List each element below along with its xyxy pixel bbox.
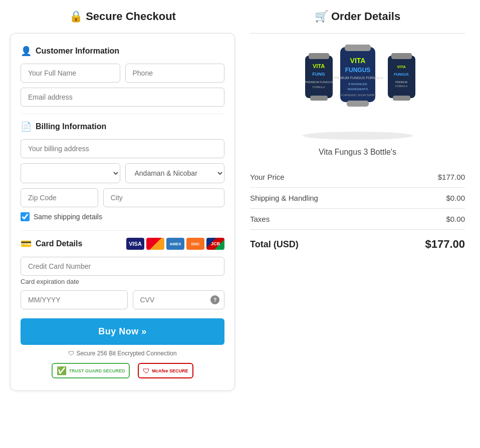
same-shipping-row: Same shipping details xyxy=(21,212,224,221)
shield-icon: 🛡 xyxy=(68,350,74,357)
country-select[interactable]: United States India United Kingdom xyxy=(21,163,120,183)
zip-input[interactable] xyxy=(21,188,98,207)
name-phone-row xyxy=(21,64,224,83)
lock-icon: 🔒 xyxy=(69,10,83,23)
state-select[interactable]: Andaman & Nicobar Andhra Pradesh Maharas… xyxy=(125,163,225,183)
secure-checkout-heading: 🔒 Secure Checkout xyxy=(10,10,235,23)
taxes-value: $0.00 xyxy=(446,215,465,223)
trust-badges: ✅ TRUST GUARD SECURED 🛡 McAfee SECURE xyxy=(21,363,224,378)
mcafee-icon: 🛡 xyxy=(143,367,150,375)
svg-rect-8 xyxy=(345,45,371,51)
expiry-label: Card expiration date xyxy=(21,278,224,285)
discover-icon: DISC xyxy=(186,238,204,250)
product-image: VITA FUNG PREMIUM FUNGUS FORMULA VITA FU… xyxy=(288,41,428,141)
svg-text:FUNGUS: FUNGUS xyxy=(345,67,370,74)
credit-card-input[interactable] xyxy=(21,257,224,276)
divider-2 xyxy=(21,230,224,231)
card-section-header: 💳 Card Details VISA AMEX DISC JCB xyxy=(21,238,224,250)
city-wrapper xyxy=(103,188,224,207)
svg-text:INGREDIENTS: INGREDIENTS xyxy=(347,88,368,91)
svg-text:FORMULA: FORMULA xyxy=(312,86,325,89)
country-select-wrapper: United States India United Kingdom xyxy=(21,163,120,183)
order-line-taxes: Taxes $0.00 xyxy=(250,209,465,230)
svg-point-23 xyxy=(303,132,413,140)
order-line-price: Your Price $177.00 xyxy=(250,167,465,188)
credit-card-icon: 💳 xyxy=(21,238,32,249)
price-label: Your Price xyxy=(250,173,285,181)
shipping-value: $0.00 xyxy=(446,194,465,202)
total-label: Total (USD) xyxy=(250,239,299,250)
svg-rect-16 xyxy=(388,56,415,98)
order-details-heading: 🛒 Order Details xyxy=(245,10,470,23)
svg-rect-18 xyxy=(393,96,410,101)
svg-text:FUNG: FUNG xyxy=(312,72,325,77)
svg-text:PREMIUM FUNGUS: PREMIUM FUNGUS xyxy=(305,81,332,84)
jcb-icon: JCB xyxy=(206,238,224,250)
phone-input[interactable] xyxy=(125,64,225,83)
taxes-label: Taxes xyxy=(250,215,270,223)
svg-text:VITA: VITA xyxy=(312,63,324,69)
email-row xyxy=(21,88,224,107)
city-input[interactable] xyxy=(103,188,224,207)
buy-now-button[interactable]: Buy Now » xyxy=(21,318,224,345)
svg-text:8 ADVANCED: 8 ADVANCED xyxy=(348,83,367,86)
svg-text:VITA: VITA xyxy=(397,65,406,69)
visa-icon: VISA xyxy=(126,238,144,250)
top-divider xyxy=(250,33,465,34)
svg-text:FORMULA: FORMULA xyxy=(395,85,407,88)
cvv-help-icon[interactable]: ? xyxy=(210,295,219,304)
email-input[interactable] xyxy=(21,88,224,107)
svg-text:PREMIUM FUNGUS FORMULA: PREMIUM FUNGUS FORMULA xyxy=(332,76,383,80)
address-row xyxy=(21,139,224,158)
total-value: $177.00 xyxy=(425,238,465,251)
country-state-row: United States India United Kingdom Andam… xyxy=(21,163,224,183)
trustguard-badge: ✅ TRUST GUARD SECURED xyxy=(52,363,130,378)
product-image-area: VITA FUNG PREMIUM FUNGUS FORMULA VITA FU… xyxy=(250,41,465,141)
mcafee-badge: 🛡 McAfee SECURE xyxy=(138,363,193,378)
svg-text:FUNGUS: FUNGUS xyxy=(394,73,409,76)
expiry-input[interactable] xyxy=(21,290,128,309)
price-value: $177.00 xyxy=(438,173,465,181)
svg-rect-2 xyxy=(310,96,328,101)
order-line-shipping: Shipping & Handling $0.00 xyxy=(250,188,465,209)
state-select-wrapper: Andaman & Nicobar Andhra Pradesh Maharas… xyxy=(125,163,225,183)
card-section-title: 💳 Card Details xyxy=(21,238,82,249)
divider-1 xyxy=(21,114,224,114)
mastercard-icon xyxy=(146,238,164,250)
zip-wrapper xyxy=(21,188,98,207)
svg-text:VITA: VITA xyxy=(350,57,365,65)
order-details-panel: VITA FUNG PREMIUM FUNGUS FORMULA VITA FU… xyxy=(245,33,470,259)
amex-icon: AMEX xyxy=(166,238,184,250)
svg-rect-0 xyxy=(305,56,333,98)
svg-text:PREMIUM: PREMIUM xyxy=(395,81,407,84)
zip-city-row xyxy=(21,188,224,207)
trustguard-icon: ✅ xyxy=(57,366,67,375)
card-icons: VISA AMEX DISC JCB xyxy=(126,238,224,250)
card-id-icon: 📄 xyxy=(21,121,32,132)
billing-address-input[interactable] xyxy=(21,139,224,158)
svg-text:30 CAPSULES / 30 DAY SUPPLY: 30 CAPSULES / 30 DAY SUPPLY xyxy=(339,94,377,97)
checkout-form-card: 👤 Customer Information 📄 Billing Informa… xyxy=(10,33,235,391)
svg-rect-9 xyxy=(347,101,369,107)
same-shipping-checkbox[interactable] xyxy=(21,212,30,221)
product-name: Vita Fungus 3 Bottle's xyxy=(250,148,465,157)
full-name-input[interactable] xyxy=(21,64,120,83)
svg-rect-1 xyxy=(309,53,329,59)
svg-rect-17 xyxy=(391,53,412,59)
billing-section-title: 📄 Billing Information xyxy=(21,121,224,132)
customer-section-title: 👤 Customer Information xyxy=(21,46,224,57)
expiry-cvv-row: ? xyxy=(21,290,224,309)
cvv-wrapper: ? xyxy=(133,290,225,309)
cart-icon: 🛒 xyxy=(315,10,328,23)
same-shipping-label: Same shipping details xyxy=(34,213,102,221)
person-icon: 👤 xyxy=(21,46,32,57)
secure-text: 🛡 Secure 256 Bit Encrypted Connection xyxy=(21,350,224,357)
shipping-label: Shipping & Handling xyxy=(250,194,318,202)
order-total-row: Total (USD) $177.00 xyxy=(250,230,465,259)
